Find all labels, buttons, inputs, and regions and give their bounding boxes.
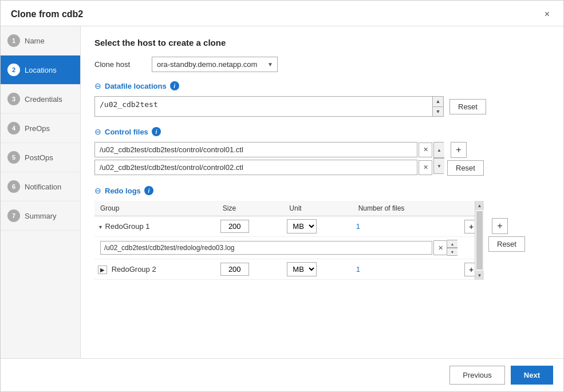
datafile-scroll-down-btn[interactable]: ▼ — [433, 107, 443, 117]
sidebar-label-summary: Summary — [25, 212, 57, 220]
clone-host-select[interactable]: ora-standby.demo.netapp.com — [152, 57, 278, 72]
datafile-section-label[interactable]: Datafile locations — [105, 82, 167, 90]
previous-button[interactable]: Previous — [449, 366, 505, 385]
redo-group-1-unit-cell: MB — [283, 216, 352, 237]
control-files-section: ⊖ Control files i ✕ ✕ — [94, 127, 550, 176]
next-button[interactable]: Next — [511, 366, 553, 385]
dialog-header: Clone from cdb2 × — [1, 1, 563, 26]
control-add-btn[interactable]: + — [451, 142, 467, 158]
redo-scrollbar-thumb — [476, 211, 483, 270]
control-reset-button[interactable]: Reset — [447, 160, 484, 176]
redo-reset-button[interactable]: Reset — [488, 236, 525, 252]
control-file-input-1[interactable] — [94, 142, 417, 157]
control-file-row-2: ✕ — [94, 160, 432, 175]
step-num-6: 6 — [7, 180, 20, 193]
redo-group-2-numfiles-cell: 1 — [353, 259, 461, 280]
sidebar-label-name: Name — [25, 37, 45, 45]
redo-group-1-expand-icon[interactable]: ▼ — [98, 224, 103, 230]
redo-group-1-unit-select[interactable]: MB — [287, 219, 317, 233]
sidebar-item-preops[interactable]: 4 PreOps — [1, 114, 80, 143]
redo-group-row-1: ▼ RedoGroup 1 MB — [94, 216, 484, 237]
sidebar-item-postops[interactable]: 5 PostOps — [1, 143, 80, 172]
control-right-buttons: + Reset — [447, 142, 484, 176]
control-file-remove-btn-1[interactable]: ✕ — [419, 142, 432, 157]
clone-host-row: Clone host ora-standby.demo.netapp.com ▼ — [94, 57, 550, 72]
redo-logs-section: ⊖ Redo logs i Group Size Unit Numb — [94, 186, 550, 280]
sidebar-item-summary[interactable]: 7 Summary — [1, 201, 80, 231]
clone-host-label: Clone host — [94, 60, 152, 69]
redo-subrow-1-input-wrap: ✕ ▲ ▼ — [100, 240, 457, 256]
redo-group-2-unit-select[interactable]: MB — [287, 262, 317, 276]
redo-table-header-row: Group Size Unit Number of files — [94, 201, 484, 216]
close-button[interactable]: × — [541, 9, 553, 20]
redo-group-1-numfiles-cell: 1 — [353, 216, 461, 237]
control-section-label[interactable]: Control files — [105, 128, 148, 136]
step-num-5: 5 — [7, 151, 20, 164]
datafile-path-input[interactable] — [94, 96, 433, 117]
col-unit: Unit — [283, 201, 352, 216]
sidebar-item-credentials[interactable]: 3 Credentials — [1, 85, 80, 114]
datafile-info-icon: i — [170, 81, 179, 90]
redo-collapsible-header: ⊖ Redo logs i — [94, 186, 550, 195]
redo-collapse-icon[interactable]: ⊖ — [94, 186, 101, 195]
sidebar-label-notification: Notification — [25, 183, 61, 191]
redo-section-outer: Group Size Unit Number of files — [94, 201, 550, 280]
redo-group-1-cell: ▼ RedoGroup 1 — [94, 216, 217, 237]
redo-subrow-1: ✕ ▲ ▼ — [94, 237, 484, 259]
redo-scrollbar-up-btn[interactable]: ▲ — [475, 201, 484, 210]
sidebar-label-locations: Locations — [25, 66, 57, 74]
redo-section-label[interactable]: Redo logs — [105, 187, 141, 195]
col-numfiles: Number of files — [353, 201, 461, 216]
redo-info-icon: i — [144, 186, 153, 195]
datafile-scroll-buttons: ▲ ▼ — [433, 96, 444, 117]
redo-scrollbar-down-btn[interactable]: ▼ — [475, 271, 484, 280]
redo-subrow-1-path-cell: ✕ ▲ ▼ — [94, 237, 461, 259]
redo-group-2-expand-icon[interactable]: ▶ — [98, 266, 107, 274]
redo-subrow-1-scroll-down[interactable]: ▼ — [447, 248, 457, 255]
datafile-reset-button[interactable]: Reset — [449, 99, 486, 114]
redo-subrow-1-scroll-up[interactable]: ▲ — [447, 240, 457, 248]
control-scroll-down-btn[interactable]: ▼ — [434, 158, 444, 173]
redo-subrow-1-path-input[interactable] — [100, 241, 432, 255]
datafile-collapsible-header: ⊖ Datafile locations i — [94, 81, 550, 90]
datafile-scroll-up-btn[interactable]: ▲ — [433, 97, 443, 107]
control-collapse-icon[interactable]: ⊖ — [94, 127, 101, 136]
col-size: Size — [217, 201, 284, 216]
clone-dialog: Clone from cdb2 × 1 Name 2 Locations 3 C… — [0, 0, 564, 392]
control-file-input-2[interactable] — [94, 160, 417, 175]
datafile-collapse-icon[interactable]: ⊖ — [94, 81, 101, 90]
redo-group-2-size-cell — [217, 259, 284, 280]
control-collapsible-header: ⊖ Control files i — [94, 127, 550, 136]
clone-host-select-wrapper: ora-standby.demo.netapp.com ▼ — [152, 57, 278, 72]
redo-group-1-size-input[interactable] — [220, 220, 249, 233]
control-scrollbar: ▲ ▼ — [433, 142, 444, 174]
dialog-footer: Previous Next — [1, 358, 563, 391]
sidebar: 1 Name 2 Locations 3 Credentials 4 PreOp… — [1, 26, 81, 358]
datafile-textarea-wrap: ▲ ▼ — [94, 96, 444, 117]
sidebar-label-credentials: Credentials — [25, 95, 62, 104]
control-file-remove-btn-2[interactable]: ✕ — [419, 160, 432, 175]
redo-group-2-size-input[interactable] — [220, 263, 249, 276]
step-num-4: 4 — [7, 122, 20, 134]
redo-subrow-1-remove-btn[interactable]: ✕ — [433, 240, 447, 255]
redo-group-1-size-cell — [217, 216, 284, 237]
sidebar-label-postops: PostOps — [25, 153, 53, 162]
control-file-row-1: ✕ — [94, 142, 432, 157]
sidebar-item-locations[interactable]: 2 Locations — [1, 56, 80, 85]
redo-group-2-unit-cell: MB — [283, 259, 352, 280]
redo-table: Group Size Unit Number of files — [94, 201, 484, 280]
redo-group-2-cell: ▶ RedoGroup 2 — [94, 259, 217, 280]
sidebar-label-preops: PreOps — [25, 124, 50, 133]
page-title: Select the host to create a clone — [94, 38, 550, 47]
redo-add-btn[interactable]: + — [492, 218, 508, 234]
dialog-body: 1 Name 2 Locations 3 Credentials 4 PreOp… — [1, 26, 563, 358]
redo-group-2-numfiles-link[interactable]: 1 — [356, 265, 360, 274]
step-num-7: 7 — [7, 209, 20, 222]
redo-group-1-numfiles-link[interactable]: 1 — [356, 222, 360, 231]
control-scroll-up-btn[interactable]: ▲ — [434, 142, 444, 158]
control-files-list: ✕ ✕ — [94, 142, 432, 175]
sidebar-item-notification[interactable]: 6 Notification — [1, 172, 80, 201]
redo-table-container: Group Size Unit Number of files — [94, 201, 484, 280]
sidebar-item-name[interactable]: 1 Name — [1, 26, 80, 56]
control-files-area: ✕ ✕ ▲ ▼ + Reset — [94, 142, 550, 176]
